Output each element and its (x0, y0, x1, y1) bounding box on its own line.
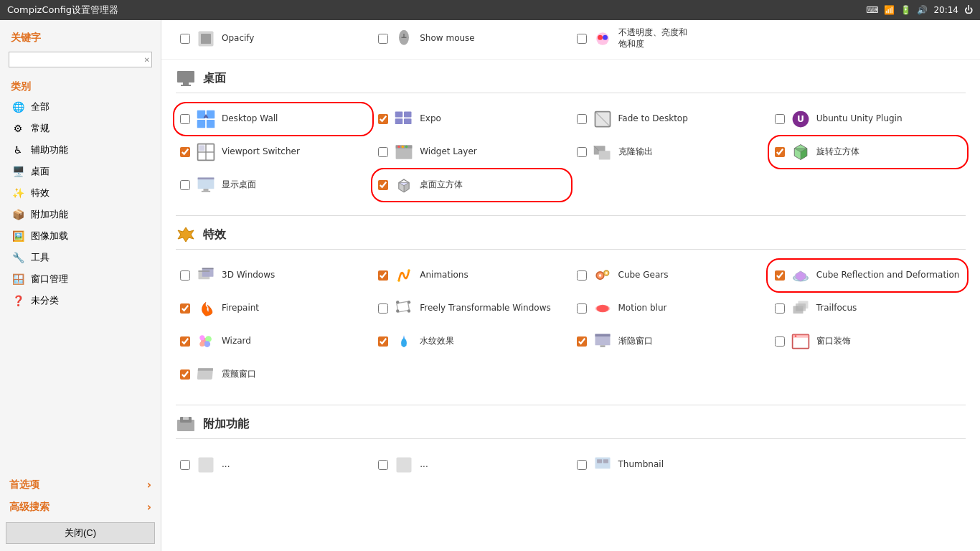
preferences-footer-item[interactable]: 首选项 › (6, 474, 155, 496)
svg-point-77 (199, 335, 204, 340)
plugin-unity-checkbox[interactable] (775, 114, 785, 124)
plugin-3d-windows-icon (194, 264, 217, 287)
plugin-cube-reflection[interactable]: Cube Reflection and Deformation (771, 261, 966, 290)
sidebar-item-uncategorized[interactable]: ❓ 未分类 (0, 290, 161, 311)
plugin-fade-desktop[interactable]: Fade to Desktop (573, 105, 768, 133)
plugin-fade-window-name: 渐隐窗口 (618, 336, 653, 347)
close-button[interactable]: 关闭(C) (6, 522, 155, 544)
plugin-viewport-checkbox[interactable] (180, 147, 190, 157)
plugin-water-effect[interactable]: 水纹效果 (374, 327, 569, 356)
plugin-thumbnail[interactable]: Thumbnail (573, 451, 768, 479)
plugin-trailfocus-checkbox[interactable] (775, 303, 785, 314)
svg-rect-10 (181, 85, 191, 86)
svg-point-64 (407, 301, 410, 303)
plugin-extra-1-checkbox[interactable] (180, 460, 190, 470)
plugin-opacify[interactable]: Opacify (176, 24, 371, 53)
plugin-freely-transform[interactable]: Freely Transformable Windows (374, 294, 569, 323)
plugin-rotate-cube[interactable]: 旋转立方体 (771, 138, 966, 166)
plugin-desktop-wall-checkbox[interactable] (180, 114, 190, 124)
sidebar-item-extras[interactable]: 📦 附加功能 (0, 204, 161, 225)
plugin-wizard-checkbox[interactable] (180, 336, 190, 347)
wifi-icon: 📶 (884, 5, 895, 15)
plugin-thumbnail-checkbox[interactable] (577, 460, 587, 470)
plugin-animations[interactable]: Animations (374, 261, 569, 290)
plugin-viewport[interactable]: Viewport Switcher (176, 138, 371, 166)
plugin-desktop-cube[interactable]: 桌面立方体 (374, 171, 569, 199)
sidebar-item-tools[interactable]: 🔧 工具 (0, 247, 161, 268)
plugin-firepaint[interactable]: Firepaint (176, 294, 371, 323)
svg-point-65 (396, 309, 399, 312)
plugin-show-desktop[interactable]: 显示桌面 (176, 171, 371, 199)
plugin-show-mouse-checkbox[interactable] (378, 34, 388, 44)
plugin-expo[interactable]: Expo (374, 105, 569, 133)
effects-icon: ✨ (11, 186, 25, 200)
sidebar: 关键字 ✕ 类别 🌐 全部 ⚙️ 常规 ♿ 辅助功能 🖥️ 桌面 ✨ 特效 📦 (0, 20, 161, 551)
plugin-clone-output[interactable]: 克隆输出 (573, 138, 768, 166)
plugin-cube-reflection-checkbox[interactable] (775, 270, 785, 281)
plugin-wobble-window-checkbox[interactable] (180, 369, 190, 380)
svg-rect-14 (207, 120, 215, 128)
plugin-clone-output-checkbox[interactable] (577, 147, 587, 157)
plugin-motion-blur[interactable]: Motion blur (573, 294, 768, 323)
plugin-desktop-wall-icon (194, 108, 217, 131)
sidebar-item-window[interactable]: 🪟 窗口管理 (0, 268, 161, 290)
svg-point-76 (199, 342, 204, 347)
plugin-motion-blur-checkbox[interactable] (577, 303, 587, 314)
plugin-fade-window[interactable]: 渐隐窗口 (573, 327, 768, 356)
search-input[interactable] (9, 52, 152, 67)
sidebar-item-images[interactable]: 🖼️ 图像加载 (0, 225, 161, 247)
plugin-3d-windows-checkbox[interactable] (180, 270, 190, 281)
plugin-show-mouse[interactable]: Show mouse (374, 24, 569, 53)
advanced-search-footer-item[interactable]: 高级搜索 › (6, 496, 155, 518)
plugin-opacify-checkbox[interactable] (180, 34, 190, 44)
plugin-wobble-window[interactable]: 震颤窗口 (176, 360, 371, 389)
plugin-water-effect-checkbox[interactable] (378, 336, 388, 347)
plugin-window-decoration[interactable]: 窗口装饰 (771, 327, 966, 356)
sidebar-item-all[interactable]: 🌐 全部 (0, 96, 161, 118)
desktop-section-title: 桌面 (203, 71, 226, 86)
plugin-widget-layer-name: Widget Layer (420, 146, 477, 158)
plugin-wizard-icon (194, 330, 217, 353)
plugin-cube-gears-checkbox[interactable] (577, 270, 587, 281)
plugin-3d-windows[interactable]: 3D Windows (176, 261, 371, 290)
plugin-fade-desktop-checkbox[interactable] (577, 114, 587, 124)
plugin-wizard[interactable]: Wizard (176, 327, 371, 356)
search-clear-icon[interactable]: ✕ (144, 56, 150, 64)
sidebar-item-effects[interactable]: ✨ 特效 (0, 182, 161, 204)
plugin-rotate-cube-name: 旋转立方体 (816, 146, 859, 158)
plugin-opacity-checkbox[interactable] (577, 34, 587, 44)
plugin-window-decoration-checkbox[interactable] (775, 336, 785, 347)
plugin-trailfocus[interactable]: Trailfocus (771, 294, 966, 323)
plugin-fade-window-checkbox[interactable] (577, 336, 587, 347)
plugin-extra-2-checkbox[interactable] (378, 460, 388, 470)
svg-rect-35 (598, 151, 610, 159)
plugin-cube-gears[interactable]: Cube Gears (573, 261, 768, 290)
accessibility-icon: ♿ (11, 143, 25, 157)
sidebar-item-accessibility[interactable]: ♿ 辅助功能 (0, 139, 161, 161)
extras-icon: 📦 (11, 207, 25, 222)
plugin-desktop-wall[interactable]: Desktop Wall (176, 105, 371, 133)
plugin-rotate-cube-checkbox[interactable] (775, 147, 785, 157)
plugin-firepaint-checkbox[interactable] (180, 303, 190, 314)
globe-icon: 🌐 (11, 100, 25, 114)
plugin-wobble-window-icon (194, 363, 217, 386)
sidebar-item-all-label: 全部 (31, 100, 50, 113)
advanced-search-arrow-icon: › (146, 500, 151, 514)
plugin-extra-1[interactable]: ... (176, 451, 371, 479)
plugin-freely-transform-checkbox[interactable] (378, 303, 388, 314)
svg-point-69 (598, 306, 611, 312)
plugin-show-desktop-checkbox[interactable] (180, 180, 190, 190)
plugin-widget-layer-checkbox[interactable] (378, 147, 388, 157)
plugin-rotate-cube-icon (789, 141, 812, 164)
plugin-opacity[interactable]: 不透明度、亮度和饱和度 (573, 24, 768, 53)
plugin-extra-2[interactable]: ... (374, 451, 569, 479)
plugin-unity[interactable]: U Ubuntu Unity Plugin (771, 105, 966, 133)
plugin-expo-checkbox[interactable] (378, 114, 388, 124)
sidebar-item-normal[interactable]: ⚙️ 常规 (0, 118, 161, 139)
sidebar-item-accessibility-label: 辅助功能 (31, 143, 68, 156)
plugin-widget-layer[interactable]: Widget Layer (374, 138, 569, 166)
sidebar-item-normal-label: 常规 (31, 122, 50, 135)
plugin-animations-checkbox[interactable] (378, 270, 388, 281)
sidebar-item-desktop[interactable]: 🖥️ 桌面 (0, 161, 161, 182)
plugin-desktop-cube-checkbox[interactable] (378, 180, 388, 190)
